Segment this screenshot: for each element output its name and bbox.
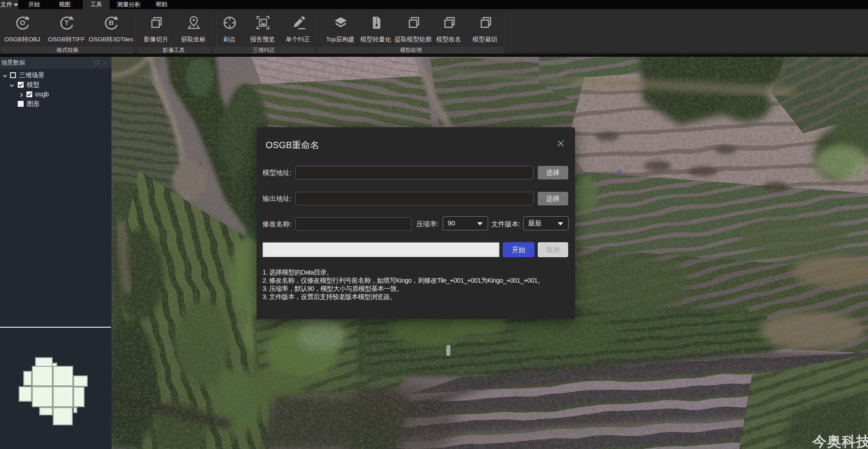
svg-text:O: O: [20, 19, 25, 26]
svg-text:T: T: [65, 19, 69, 26]
svg-text:B: B: [109, 19, 114, 26]
